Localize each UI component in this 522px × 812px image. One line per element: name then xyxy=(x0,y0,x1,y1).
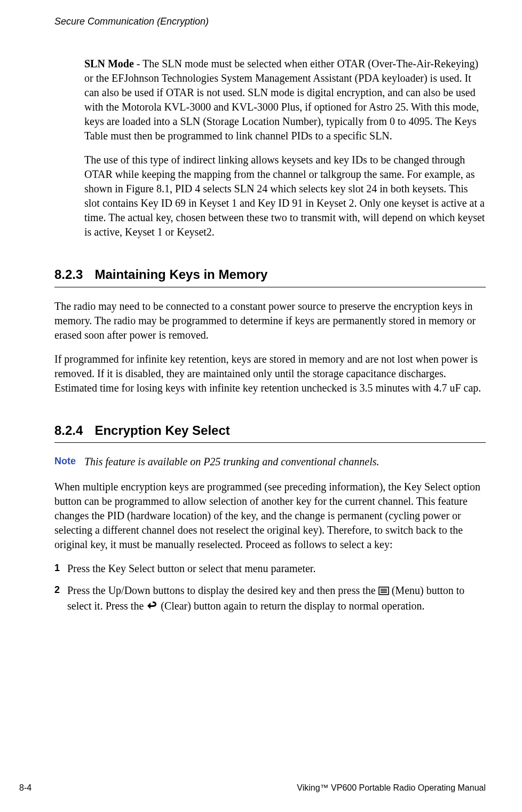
note-row: Note This feature is available on P25 tr… xyxy=(54,455,486,469)
menu-icon xyxy=(378,584,389,599)
section-824-name: Encryption Key Select xyxy=(94,423,230,438)
sln-lead: SLN Mode xyxy=(84,58,134,69)
step-1-text: Press the Key Select button or select th… xyxy=(67,561,486,576)
section-rule xyxy=(54,442,486,443)
sln-para1: SLN Mode - The SLN mode must be selected… xyxy=(84,57,486,143)
step-2-post: (Clear) button again to return the displ… xyxy=(161,600,424,612)
sec824-para1: When multiple encryption keys are progra… xyxy=(54,480,486,552)
sln-para2: The use of this type of indirect linking… xyxy=(84,153,486,239)
section-824-number: 8.2.4 xyxy=(54,422,83,439)
step-2-pre: Press the Up/Down buttons to display the… xyxy=(67,584,378,596)
step-2-number: 2 xyxy=(54,583,67,614)
page-number: 8-4 xyxy=(19,782,31,794)
section-823-number: 8.2.3 xyxy=(54,266,83,283)
step-1: 1 Press the Key Select button or select … xyxy=(54,561,486,576)
running-header: Secure Communication (Encryption) xyxy=(54,15,486,28)
sec823-para1: The radio may need to be connected to a … xyxy=(54,299,486,342)
manual-title: Viking™ VP600 Portable Radio Operating M… xyxy=(297,782,486,794)
note-text: This feature is available on P25 trunkin… xyxy=(84,455,379,469)
step-1-number: 1 xyxy=(54,561,67,576)
back-arrow-icon xyxy=(146,600,158,614)
step-2: 2 Press the Up/Down buttons to display t… xyxy=(54,583,486,614)
section-824-title: 8.2.4Encryption Key Select xyxy=(54,422,486,439)
section-823-name: Maintaining Keys in Memory xyxy=(94,267,267,282)
sln-para1-rest: - The SLN mode must be selected when eit… xyxy=(84,58,479,142)
note-label: Note xyxy=(54,455,84,467)
page-footer: 8-4 Viking™ VP600 Portable Radio Operati… xyxy=(0,782,522,794)
sec823-para2: If programmed for infinite key retention… xyxy=(54,352,486,395)
section-823-title: 8.2.3Maintaining Keys in Memory xyxy=(54,266,486,283)
step-2-text: Press the Up/Down buttons to display the… xyxy=(67,583,486,614)
section-rule xyxy=(54,287,486,287)
